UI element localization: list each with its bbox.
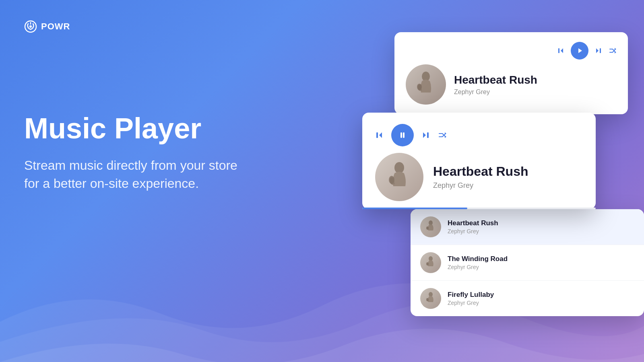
main-shuffle-button[interactable] bbox=[438, 131, 447, 140]
svg-marker-18 bbox=[445, 136, 446, 138]
main-prev-button[interactable] bbox=[375, 131, 383, 139]
powr-logo-icon bbox=[24, 20, 37, 33]
playlist-item-artist-1: Zephyr Grey bbox=[448, 228, 498, 234]
hero-subtitle: Stream music directly from your store fo… bbox=[24, 156, 250, 193]
svg-marker-2 bbox=[561, 48, 563, 53]
svg-point-24 bbox=[426, 262, 429, 265]
svg-marker-11 bbox=[379, 132, 382, 138]
compact-player-body: Heartbeat Rush Zephyr Grey bbox=[406, 64, 617, 105]
brand-name: POWR bbox=[41, 21, 70, 32]
svg-point-22 bbox=[426, 226, 429, 230]
svg-point-10 bbox=[417, 84, 422, 90]
main-next-button[interactable] bbox=[422, 131, 430, 139]
playlist-item-title-2: The Winding Road bbox=[448, 255, 508, 263]
svg-point-26 bbox=[426, 298, 429, 301]
playlist-item-artist-3: Zephyr Grey bbox=[448, 300, 494, 306]
playlist-item-art-2 bbox=[420, 252, 441, 273]
svg-rect-3 bbox=[558, 48, 559, 53]
svg-point-19 bbox=[394, 162, 404, 173]
svg-marker-17 bbox=[445, 132, 446, 135]
playlist-item-info-1: Heartbeat Rush Zephyr Grey bbox=[448, 219, 498, 234]
svg-marker-7 bbox=[615, 48, 616, 50]
playlist-item-info-2: The Winding Road Zephyr Grey bbox=[448, 255, 508, 270]
playlist-item-info-3: Firefly Lullaby Zephyr Grey bbox=[448, 291, 494, 306]
playlist-item-title-3: Firefly Lullaby bbox=[448, 291, 494, 299]
hero-content: Music Player Stream music directly from … bbox=[24, 113, 250, 193]
main-player-card: Heartbeat Rush Zephyr Grey bbox=[362, 113, 596, 209]
playlist-item[interactable]: Heartbeat Rush Zephyr Grey bbox=[411, 209, 644, 245]
compact-track-artist: Zephyr Grey bbox=[454, 88, 537, 96]
svg-rect-16 bbox=[427, 132, 429, 138]
svg-point-20 bbox=[389, 176, 394, 184]
compact-player-controls bbox=[406, 42, 617, 60]
svg-marker-4 bbox=[578, 48, 582, 53]
main-player-body: Heartbeat Rush Zephyr Grey bbox=[375, 153, 583, 201]
svg-marker-15 bbox=[423, 132, 426, 138]
playlist-item[interactable]: Firefly Lullaby Zephyr Grey bbox=[411, 281, 644, 316]
main-player-controls bbox=[375, 124, 583, 146]
playlist-item-artist-2: Zephyr Grey bbox=[448, 264, 508, 270]
playlist-item[interactable]: The Winding Road Zephyr Grey bbox=[411, 245, 644, 281]
main-album-art bbox=[375, 153, 423, 201]
progress-bar-fill bbox=[362, 208, 467, 209]
compact-album-art bbox=[406, 64, 446, 105]
svg-marker-5 bbox=[596, 48, 599, 53]
main-track-artist: Zephyr Grey bbox=[433, 181, 528, 190]
playlist-card: Heartbeat Rush Zephyr Grey The Winding R… bbox=[411, 209, 644, 316]
main-track-info: Heartbeat Rush Zephyr Grey bbox=[433, 164, 528, 190]
svg-marker-8 bbox=[615, 51, 616, 53]
hero-title: Music Player bbox=[24, 113, 250, 144]
svg-rect-13 bbox=[400, 132, 402, 138]
compact-player-card: Heartbeat Rush Zephyr Grey bbox=[394, 32, 628, 114]
compact-track-title: Heartbeat Rush bbox=[454, 73, 537, 87]
main-pause-button[interactable] bbox=[391, 124, 414, 146]
compact-next-button[interactable] bbox=[595, 47, 602, 54]
svg-point-1 bbox=[29, 25, 32, 28]
compact-prev-button[interactable] bbox=[557, 47, 564, 54]
compact-track-info: Heartbeat Rush Zephyr Grey bbox=[454, 73, 537, 96]
players-showcase: Heartbeat Rush Zephyr Grey bbox=[362, 32, 644, 334]
main-track-title: Heartbeat Rush bbox=[433, 164, 528, 179]
logo[interactable]: POWR bbox=[24, 20, 70, 33]
svg-rect-12 bbox=[376, 132, 378, 138]
playlist-item-art-3 bbox=[420, 288, 441, 309]
svg-rect-14 bbox=[403, 132, 405, 138]
playlist-item-title-1: Heartbeat Rush bbox=[448, 219, 498, 227]
progress-bar-container[interactable] bbox=[362, 208, 596, 209]
svg-rect-6 bbox=[600, 48, 601, 53]
compact-shuffle-button[interactable] bbox=[609, 47, 617, 55]
playlist-item-art-1 bbox=[420, 216, 441, 237]
compact-play-button[interactable] bbox=[571, 42, 588, 60]
